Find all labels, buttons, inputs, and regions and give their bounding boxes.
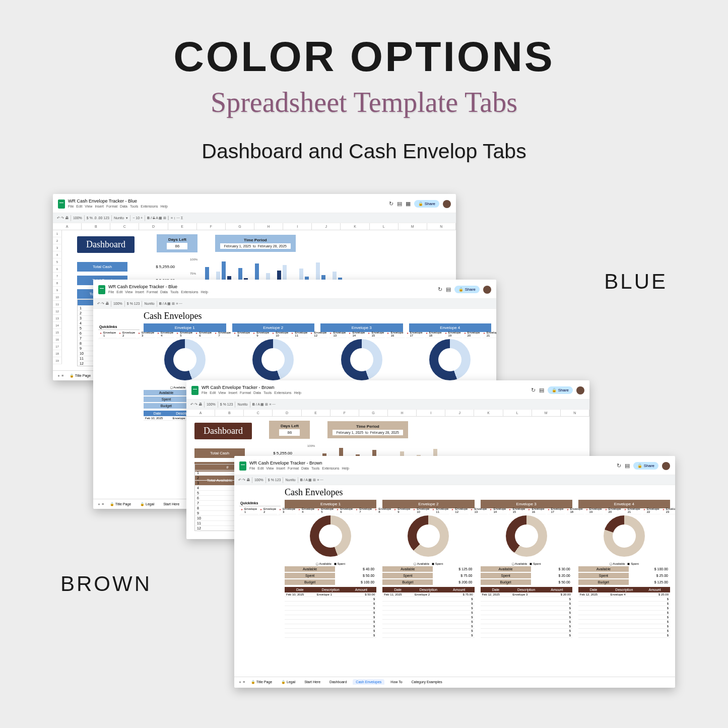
quicklink-item[interactable]: ▸Envelope 4 (298, 507, 315, 514)
menu-item[interactable]: Format (240, 391, 251, 395)
sheet-tabs[interactable]: ＋ ≡🔒 Title Page🔒 LegalStart HereDashboar… (234, 677, 675, 687)
quicklink-item[interactable]: ▸Envelope 16 (527, 507, 545, 514)
quicklink-item[interactable]: ▸Envelope 8 (233, 330, 251, 338)
history-icon[interactable]: ↻ (617, 462, 621, 469)
quicklink-item[interactable]: ▸Envelope 20 (605, 507, 622, 514)
quicklink-item[interactable]: ▸Envelope 13 (470, 507, 488, 514)
menu-bar[interactable]: FileEditViewInsertFormatDataToolsExtensi… (202, 391, 301, 395)
menu-item[interactable]: Data (301, 467, 309, 471)
doc-title[interactable]: WR Cash Envelope Tracker - Brown (249, 461, 349, 466)
quicklink-item[interactable]: ▸Envelope 4 (157, 330, 174, 338)
history-icon[interactable]: ↻ (389, 201, 393, 207)
menu-item[interactable]: View (266, 467, 274, 471)
avatar[interactable] (483, 286, 491, 294)
quicklink-item[interactable]: ▸Envelope 9 (393, 507, 411, 514)
sheet-tab[interactable]: Cash Envelopes (353, 679, 384, 685)
row-headers[interactable]: 12345678910111213141516171819 (53, 230, 62, 370)
quicklink-item[interactable]: ▸Envelope 10 (272, 330, 289, 338)
menu-item[interactable]: Extensions (274, 391, 291, 395)
comment-icon[interactable]: ▤ (625, 462, 630, 469)
menu-item[interactable]: Edit (257, 467, 263, 471)
sheet-tab[interactable]: 🔒 Legal (137, 501, 157, 507)
history-icon[interactable]: ↻ (531, 387, 536, 393)
quicklink-item[interactable]: ▸Envelope 6 (336, 507, 354, 514)
quicklink-item[interactable]: ▸Envelope 13 (329, 330, 347, 338)
quicklink-item[interactable]: ▸Envelope 1 (99, 330, 117, 338)
share-button[interactable]: 🔒 Share (454, 286, 480, 293)
quicklink-item[interactable]: ▸Envelope 6 (195, 330, 213, 338)
comment-icon[interactable]: ▤ (397, 201, 402, 207)
menu-item[interactable]: File (202, 391, 207, 395)
menu-item[interactable]: File (249, 467, 255, 471)
doc-title[interactable]: WR Cash Envelope Tracker - Brown (202, 385, 301, 390)
quicklinks[interactable]: Quicklinks ▸Envelope 1▸Envelope 2▸Envelo… (98, 324, 140, 339)
menu-item[interactable]: Tools (130, 205, 138, 209)
quicklink-item[interactable]: ▸Envelope 19 (585, 507, 603, 514)
quicklink-item[interactable]: ▸Envelope 8 (374, 507, 392, 514)
column-headers[interactable]: ABCDEFGHIJKLMN (186, 410, 589, 417)
quicklink-item[interactable]: ▸Envelope 18 (566, 507, 584, 514)
menu-item[interactable]: Extensions (181, 290, 198, 294)
meeting-icon[interactable]: ▦ (406, 201, 411, 207)
quicklink-item[interactable]: ▸Envelope 12 (310, 330, 327, 338)
quicklink-item[interactable]: ▸Envelope 1 (240, 507, 258, 514)
quicklink-item[interactable]: ▸Envelope 22 (643, 507, 660, 514)
menu-item[interactable]: Data (160, 290, 168, 294)
share-button[interactable]: 🔒 Share (548, 386, 573, 394)
menu-item[interactable]: Help (160, 205, 167, 209)
menu-item[interactable]: Insert (228, 391, 237, 395)
quicklink-item[interactable]: ▸Envelope 7 (214, 330, 232, 338)
quicklink-item[interactable]: ▸Envelope 11 (291, 330, 308, 338)
menu-item[interactable]: Insert (95, 205, 104, 209)
menu-item[interactable]: View (218, 391, 226, 395)
quicklink-item[interactable]: ▸Envelope 5 (176, 330, 193, 338)
share-button[interactable]: 🔒 Share (633, 462, 658, 470)
menu-item[interactable]: Help (201, 290, 208, 294)
menu-bar[interactable]: FileEditViewInsertFormatDataToolsExtensi… (68, 205, 168, 209)
quicklink-item[interactable]: ▸Envelope 12 (451, 507, 469, 514)
add-sheet-icon[interactable]: ＋ ≡ (57, 373, 63, 378)
sheet-tab[interactable]: Category Examples (409, 679, 445, 685)
quicklink-item[interactable]: ▸Envelope 3 (279, 507, 296, 514)
avatar[interactable] (662, 462, 670, 470)
menu-item[interactable]: Format (288, 467, 299, 471)
quicklink-item[interactable]: ▸Envelope 17 (547, 507, 565, 514)
quicklinks[interactable]: Quicklinks ▸Envelope 1▸Envelope 2▸Envelo… (239, 500, 281, 515)
menu-item[interactable]: Extensions (141, 205, 158, 209)
menu-item[interactable]: Help (294, 391, 301, 395)
menu-bar[interactable]: FileEditViewInsertFormatDataToolsExtensi… (249, 467, 349, 471)
quicklink-item[interactable]: ▸Envelope 15 (508, 507, 526, 514)
quicklink-item[interactable]: ▸Envelope 19 (444, 330, 462, 338)
add-sheet-icon[interactable]: ＋ ≡ (238, 680, 245, 685)
menu-item[interactable]: File (68, 205, 74, 209)
quicklink-item[interactable]: ▸Envelope 2 (118, 330, 136, 338)
sheet-tab[interactable]: 🔒 Title Page (67, 373, 94, 379)
menu-bar[interactable]: FileEditViewInsertFormatDataToolsExtensi… (108, 290, 208, 294)
menu-item[interactable]: Edit (116, 290, 122, 294)
menu-item[interactable]: Data (253, 391, 261, 395)
sheet-tab[interactable]: Start Here (160, 501, 182, 507)
quicklink-item[interactable]: ▸Envelope 5 (317, 507, 335, 514)
menu-item[interactable]: Help (342, 467, 349, 471)
sheet-tab[interactable]: 🔒 Title Page (248, 679, 275, 685)
quicklink-item[interactable]: ▸Envelope 14 (348, 330, 366, 338)
toolbar[interactable]: ↶ ↷ 🖶100% $ % 123 Nunito B I A ▦ ⊞ ≡ ⋯ (234, 475, 675, 485)
quicklink-item[interactable]: ▸Envelope 16 (386, 330, 404, 338)
sheet-tab[interactable]: How To (387, 679, 405, 685)
menu-item[interactable]: File (108, 290, 114, 294)
sheet-tab[interactable]: Start Here (301, 679, 323, 685)
menu-item[interactable]: View (85, 205, 92, 209)
menu-item[interactable]: Edit (210, 391, 216, 395)
menu-item[interactable]: Insert (135, 290, 144, 294)
sheet-tab[interactable]: Dashboard (326, 679, 350, 685)
quicklink-item[interactable]: ▸Envelope 20 (464, 330, 481, 338)
quicklink-item[interactable]: ▸Envelope 14 (489, 507, 507, 514)
avatar[interactable] (443, 200, 451, 208)
menu-item[interactable]: Tools (263, 391, 272, 395)
quicklink-item[interactable]: ▸Envelope 17 (406, 330, 424, 338)
avatar[interactable] (576, 386, 584, 394)
comment-icon[interactable]: ▤ (539, 387, 544, 393)
sheet-tab[interactable]: 🔒 Title Page (107, 501, 134, 507)
menu-item[interactable]: Extensions (322, 467, 339, 471)
quicklink-item[interactable]: ▸Envelope 3 (138, 330, 155, 338)
